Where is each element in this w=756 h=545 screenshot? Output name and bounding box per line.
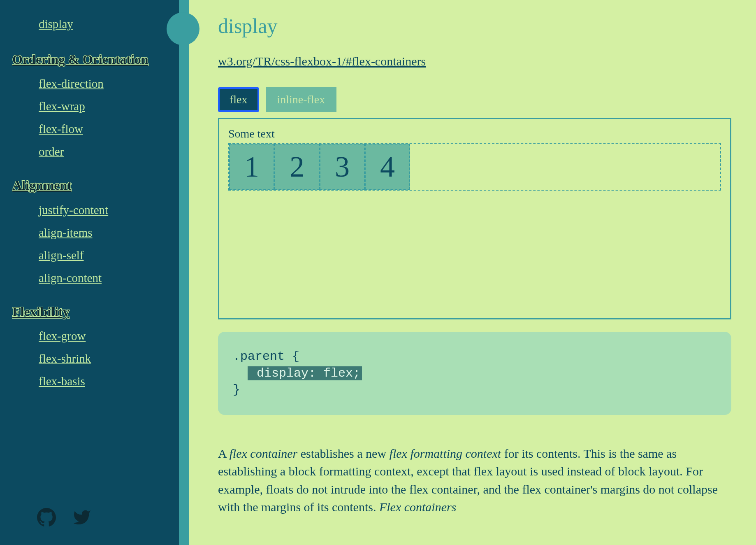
sidebar-item-order[interactable]: order <box>39 145 64 158</box>
tab-flex[interactable]: flex <box>218 87 259 112</box>
social-links <box>37 508 91 529</box>
flex-container: 1 2 3 4 <box>228 143 721 191</box>
tab-inline-flex[interactable]: inline-flex <box>266 87 337 112</box>
github-icon <box>37 508 56 527</box>
divider-strip <box>179 0 189 545</box>
sidebar-item-align-items[interactable]: align-items <box>39 226 92 239</box>
notch-decoration <box>167 12 199 45</box>
sidebar-item-flex-shrink[interactable]: flex-shrink <box>39 352 91 365</box>
github-link[interactable] <box>37 508 56 529</box>
sidebar-item-justify-content[interactable]: justify-content <box>39 203 108 217</box>
sidebar-item-flex-grow[interactable]: flex-grow <box>39 329 86 342</box>
sidebar: display Ordering & Orientation flex-dire… <box>0 0 179 545</box>
twitter-icon <box>72 508 91 527</box>
demo-box: Some text 1 2 3 4 <box>218 118 731 319</box>
page-title: display <box>218 14 731 38</box>
flex-item: 1 <box>229 144 274 190</box>
flex-item: 2 <box>274 144 320 190</box>
flex-item: 3 <box>320 144 365 190</box>
main-content: display w3.org/TR/css-flexbox-1/#flex-co… <box>189 0 756 545</box>
sidebar-item-align-content[interactable]: align-content <box>39 271 102 284</box>
value-tabs: flex inline-flex <box>218 87 731 112</box>
twitter-link[interactable] <box>72 508 91 529</box>
sidebar-section-flexibility: Flexibility <box>12 304 167 319</box>
code-line: .parent { <box>233 349 299 363</box>
nav-list: justify-content align-items align-self a… <box>39 203 167 285</box>
demo-label: Some text <box>228 127 721 140</box>
sidebar-item-display[interactable]: display <box>39 17 73 31</box>
nav-list: flex-grow flex-shrink flex-basis <box>39 329 167 388</box>
nav-list: flex-direction flex-wrap flex-flow order <box>39 77 167 158</box>
sidebar-item-align-self[interactable]: align-self <box>39 249 84 262</box>
code-block: .parent { display: flex; } <box>218 332 731 415</box>
sidebar-item-flex-wrap[interactable]: flex-wrap <box>39 100 85 113</box>
sidebar-item-flex-basis[interactable]: flex-basis <box>39 375 85 388</box>
code-highlight: display: flex; <box>248 366 362 380</box>
sidebar-item-flex-direction[interactable]: flex-direction <box>39 77 104 90</box>
description-paragraph: A flex container establishes a new flex … <box>218 445 731 516</box>
spec-link[interactable]: w3.org/TR/css-flexbox-1/#flex-containers <box>218 54 426 68</box>
sidebar-item-flex-flow[interactable]: flex-flow <box>39 122 83 135</box>
flex-item: 4 <box>365 144 410 190</box>
sidebar-section-ordering: Ordering & Orientation <box>12 51 167 67</box>
sidebar-section-alignment: Alignment <box>12 177 167 193</box>
code-line: } <box>233 383 240 397</box>
